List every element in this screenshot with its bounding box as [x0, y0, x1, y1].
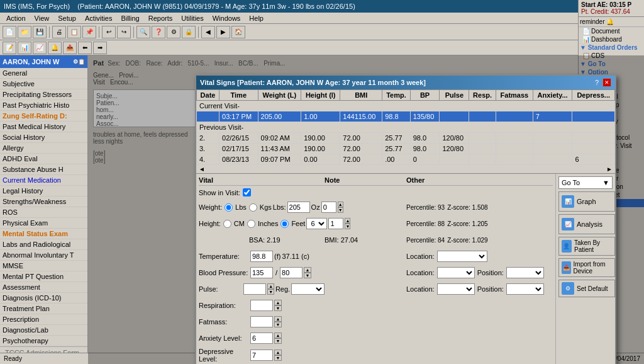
modal-help-button[interactable]: ? — [595, 79, 599, 86]
tb2-btn6[interactable]: ⬅ — [78, 42, 92, 54]
graph-button[interactable]: 📊 Graph — [558, 191, 615, 212]
pulse-spin-down[interactable]: ▼ — [267, 289, 274, 295]
sidebar-item-past-psych[interactable]: Past Psychiatric Histo — [0, 100, 87, 111]
resp-spin-down[interactable]: ▼ — [274, 305, 282, 311]
anxiety-spin-down[interactable]: ▼ — [274, 338, 282, 344]
tb-paste[interactable]: 📌 — [82, 26, 96, 38]
sidebar-item-past-med[interactable]: Past Medical History — [0, 122, 87, 132]
tb-back[interactable]: ◀ — [201, 26, 215, 38]
tb-forward[interactable]: ▶ — [216, 26, 230, 38]
tb-save[interactable]: 💾 — [33, 26, 47, 38]
bp-location-select[interactable] — [437, 267, 475, 278]
menu-reports[interactable]: Reports — [145, 14, 177, 23]
depressive-input[interactable] — [250, 350, 273, 361]
tb2-btn2[interactable]: 📊 — [18, 42, 31, 54]
tb-home[interactable]: 🏠 — [231, 26, 245, 38]
weight-lbs-input[interactable] — [287, 202, 310, 213]
sidebar-item-mental[interactable]: Mental Status Exam — [0, 229, 87, 239]
tb-print[interactable]: 🖨 — [52, 26, 66, 38]
sidebar-item-allergy[interactable]: Allergy — [0, 143, 87, 154]
tb-undo[interactable]: ↩ — [102, 26, 116, 38]
set-default-button[interactable]: ⚙ Set Default — [558, 280, 615, 297]
fatmass-spin-up[interactable]: ▲ — [274, 316, 282, 322]
sidebar-item-mmse[interactable]: MMSE — [0, 261, 87, 271]
tb2-btn3[interactable]: 📈 — [33, 42, 47, 54]
height-spinner[interactable]: ▲ ▼ — [345, 218, 350, 229]
sidebar-item-social[interactable]: Social History — [0, 132, 87, 143]
rs-dashboard[interactable]: 📊 Dashboard — [579, 35, 644, 43]
menu-action[interactable]: Action — [3, 14, 30, 23]
sidebar-item-zung[interactable]: Zung Self-Rating D: — [0, 111, 87, 122]
show-in-visit-checkbox[interactable] — [243, 188, 251, 196]
depressive-spin-down[interactable]: ▼ — [274, 355, 282, 361]
pulse-spin-up[interactable]: ▲ — [267, 283, 274, 289]
rs-document[interactable]: 📄 Document — [579, 27, 644, 35]
bp-spin-up[interactable]: ▲ — [304, 267, 311, 273]
tb-lock[interactable]: 🔒 — [182, 26, 196, 38]
sidebar-item-general[interactable]: General — [0, 68, 87, 79]
sidebar-item-diagnosis[interactable]: Diagnosis (ICD-10) — [0, 293, 87, 304]
weight-spinner[interactable]: ▲ ▼ — [338, 202, 343, 213]
menu-setup[interactable]: Setup — [54, 14, 80, 23]
tb-search[interactable]: 🔍 — [136, 26, 150, 38]
sidebar-item-diagnostic[interactable]: Diagnostic/Lab — [0, 325, 87, 336]
height-spin-up[interactable]: ▲ — [345, 218, 350, 224]
resp-spin-up[interactable]: ▲ — [274, 300, 282, 305]
sidebar-item-abnormal[interactable]: Abnormal Involuntary T — [0, 250, 87, 261]
height-feet-select[interactable]: 654 — [306, 218, 327, 229]
tb-open[interactable]: 📁 — [18, 26, 31, 38]
tb-redo[interactable]: ↪ — [117, 26, 131, 38]
bp-diastolic-input[interactable] — [280, 267, 303, 278]
bp-systolic-input[interactable] — [250, 267, 273, 278]
temp-input[interactable] — [250, 251, 273, 262]
pulse-spinner[interactable]: ▲ ▼ — [267, 283, 274, 295]
menu-utilities[interactable]: Utilities — [177, 14, 207, 23]
weight-kgs-radio[interactable] — [249, 203, 257, 212]
anxiety-spinner[interactable]: ▲ ▼ — [274, 333, 282, 344]
sidebar-item-medication[interactable]: Current Medication — [0, 175, 87, 186]
tb2-btn4[interactable]: 🔔 — [48, 42, 62, 54]
pulse-position-select[interactable] — [506, 283, 544, 295]
temp-location-select[interactable] — [437, 251, 487, 262]
sidebar-item-labs[interactable]: Labs and Radiological — [0, 239, 87, 250]
scroll-left-icon[interactable]: ◄ — [199, 166, 205, 173]
weight-spin-up[interactable]: ▲ — [338, 202, 343, 207]
sidebar-item-mental-pt[interactable]: Mental PT Question — [0, 271, 87, 282]
menu-activities[interactable]: Activities — [81, 14, 116, 23]
pulse-input[interactable] — [243, 283, 266, 295]
analysis-button[interactable]: 📈 Analysis — [558, 214, 615, 234]
bp-position-select[interactable] — [506, 267, 544, 278]
sidebar-item-legal[interactable]: Legal History — [0, 186, 87, 196]
weight-lbs-radio[interactable] — [225, 203, 233, 212]
menu-billing[interactable]: Billing — [117, 14, 143, 23]
visit-row-4[interactable]: 4. 08/23/13 09:07 PM 0.00 72.00 .00 0 — [197, 154, 615, 165]
anxiety-input[interactable] — [250, 333, 273, 344]
height-cm-radio[interactable] — [223, 220, 231, 228]
sidebar-item-treatment[interactable]: Treatment Plan — [0, 304, 87, 314]
bp-spin-down[interactable]: ▼ — [304, 273, 311, 278]
fatmass-spinner[interactable]: ▲ ▼ — [274, 316, 282, 327]
tb-help[interactable]: ❓ — [152, 26, 165, 38]
tb2-btn5[interactable]: 📤 — [63, 42, 77, 54]
height-feet-radio[interactable] — [280, 220, 289, 228]
current-visit-row[interactable]: 03:17 PM 205.00 1.00 144115.00 98.8 135/… — [197, 111, 615, 122]
menu-windows[interactable]: Windows — [209, 14, 245, 23]
resp-spinner[interactable]: ▲ ▼ — [274, 300, 282, 311]
taken-by-patient-button[interactable]: 👤 Taken By Patient — [558, 237, 615, 256]
modal-close-button[interactable]: ✕ — [602, 78, 611, 87]
visit-row-3[interactable]: 3. 02/17/15 11:43 AM 190.00 72.00 25.77 … — [197, 144, 615, 154]
tb-new[interactable]: 📄 — [3, 26, 16, 38]
visit-row-2[interactable]: 2. 02/26/15 09:02 AM 190.00 72.00 25.77 … — [197, 133, 615, 144]
menu-view[interactable]: View — [31, 14, 53, 23]
import-device-button[interactable]: 📥 Import from Device — [558, 258, 615, 277]
pulse-reg-select[interactable] — [291, 283, 325, 295]
sidebar-item-substance[interactable]: Substance Abuse H — [0, 164, 87, 175]
tb2-btn1[interactable]: 📝 — [3, 42, 16, 54]
fatmass-input[interactable] — [250, 316, 273, 327]
sidebar-item-assessment[interactable]: Assessment — [0, 282, 87, 293]
bp-spinner[interactable]: ▲ ▼ — [304, 267, 311, 278]
weight-oz-input[interactable] — [321, 202, 336, 213]
resp-input[interactable] — [250, 300, 273, 311]
pulse-location-select[interactable] — [437, 283, 475, 295]
menu-help[interactable]: Help — [245, 14, 267, 23]
